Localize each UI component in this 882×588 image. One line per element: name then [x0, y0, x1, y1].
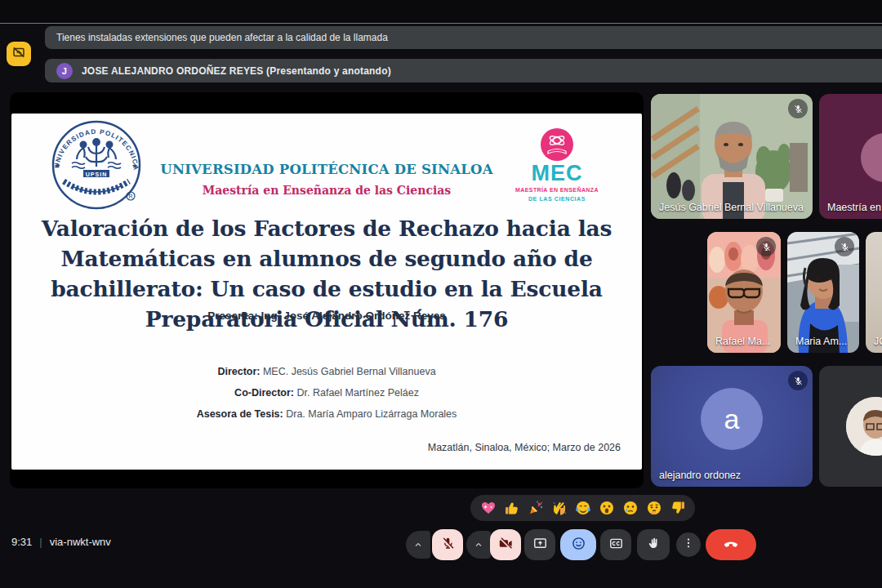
present-button[interactable] — [524, 529, 555, 560]
svg-text:R: R — [128, 194, 132, 199]
presenter-banner-text: JOSE ALEJANDRO ORDOÑEZ REYES (Presentand… — [82, 65, 391, 77]
emoji-smile-icon — [571, 536, 586, 555]
extension-warning-banner: Tienes instaladas extensiones que pueden… — [45, 26, 882, 49]
camera-options-chevron[interactable] — [466, 531, 491, 559]
presenter-banner: J JOSE ALEJANDRO ORDOÑEZ REYES (Presenta… — [45, 59, 882, 82]
participant-tile-maria[interactable]: Maria Am... — [787, 232, 859, 353]
mic-button[interactable] — [432, 529, 463, 560]
meeting-info: 9:31 | via-nwkt-wnv — [11, 536, 111, 548]
mic-muted-badge — [835, 237, 854, 256]
avatar — [861, 133, 882, 182]
presentation-slide: UNIVERSIDAD POLITECNICA DE SINALOA ★ ★ — [11, 114, 642, 470]
camera-button[interactable] — [490, 529, 521, 560]
separator: | — [39, 536, 42, 548]
mic-off-icon — [440, 536, 456, 555]
credit-codirector: Co-Director: Dr. Rafael Martínez Peláez — [11, 382, 642, 403]
credits-block: Director: MEC. Jesús Gabriel Bernal Vill… — [11, 361, 642, 425]
reaction-thumbs-down-icon[interactable] — [669, 500, 686, 517]
svg-text:UPSIN: UPSIN — [86, 172, 107, 177]
letter-avatar: a — [701, 388, 763, 450]
mec-logo: MEC MAESTRÍA EN ENSEÑANZA DE LAS CIENCIA… — [511, 127, 603, 213]
mic-options-chevron[interactable] — [406, 531, 430, 559]
mic-muted-badge — [788, 371, 808, 390]
participant-tile-jc[interactable]: JC — [866, 232, 882, 353]
reaction-thumbs-up-icon[interactable] — [503, 500, 520, 517]
mic-muted-badge — [756, 237, 776, 256]
slide-footer: Mazatlán, Sinaloa, México; Marzo de 2026 — [428, 442, 621, 453]
participant-tile-maestria[interactable]: Maestría en — [819, 94, 882, 219]
reactions-button[interactable] — [560, 529, 596, 560]
program-name: Maestría en Enseñanza de las Ciencias — [134, 184, 519, 197]
university-name: UNIVERSIDAD POLITÉCNICA DE SINALOA — [134, 162, 519, 177]
participant-tile-partial[interactable] — [819, 366, 882, 487]
avatar — [846, 397, 882, 456]
participant-tile-alejandro[interactable]: a alejandro ordonez — [651, 366, 813, 487]
participant-name: Jesús Gabriel Bernal Villanueva — [659, 202, 804, 213]
upsin-logo: UNIVERSIDAD POLITECNICA DE SINALOA ★ ★ — [47, 118, 145, 217]
google-meet-window: Tienes instaladas extensiones que pueden… — [0, 0, 882, 588]
mic-muted-badge — [788, 99, 808, 118]
raise-hand-button[interactable] — [637, 529, 670, 560]
reaction-face-with-tears-of-joy-icon[interactable] — [574, 500, 591, 517]
participant-tile-rafael[interactable]: Rafael Ma... — [707, 232, 781, 353]
presenter-avatar: J — [56, 63, 73, 79]
participant-name: Rafael Ma... — [715, 336, 770, 347]
reaction-astonished-face-icon[interactable] — [598, 500, 615, 517]
participant-name: JC — [874, 336, 882, 347]
captions-icon — [608, 536, 624, 555]
svg-text:MEC: MEC — [532, 161, 583, 185]
annotation-button[interactable] — [7, 42, 31, 66]
reaction-crying-face-icon[interactable] — [621, 500, 639, 517]
control-bar: 9:31 | via-nwkt-wnv — [0, 527, 882, 563]
participant-name: Maria Am... — [795, 336, 847, 347]
screen-share-region[interactable]: UNIVERSIDAD POLITECNICA DE SINALOA ★ ★ — [10, 92, 644, 488]
more-options-button[interactable] — [676, 532, 701, 557]
captions-button[interactable] — [600, 529, 631, 560]
more-options-icon — [682, 537, 695, 553]
reaction-sparkling-heart-icon[interactable] — [479, 500, 497, 517]
meeting-code: via-nwkt-wnv — [50, 536, 111, 548]
reaction-clapping-hands-icon[interactable] — [550, 500, 568, 517]
svg-text:MAESTRÍA EN ENSEÑANZA: MAESTRÍA EN ENSEÑANZA — [515, 186, 599, 193]
presenter-line: Presenta: Ing. José Alejandro Ordóñez Re… — [11, 310, 642, 322]
raise-hand-icon — [646, 536, 662, 555]
participant-name: Maestría en — [827, 202, 881, 213]
reactions-bar — [470, 495, 695, 521]
annotation-off-icon — [11, 45, 26, 63]
clock-time: 9:31 — [11, 536, 32, 548]
present-screen-icon — [532, 536, 548, 555]
top-strip — [0, 0, 882, 24]
reaction-thinking-face-icon[interactable] — [645, 500, 662, 517]
credit-asesora: Asesora de Tesis: Dra. María Amparo Lizá… — [11, 403, 642, 425]
reaction-party-popper-icon[interactable] — [527, 500, 544, 517]
participant-name: alejandro ordonez — [659, 470, 741, 481]
end-call-icon — [722, 534, 740, 555]
participant-tile-jesus[interactable]: Jesús Gabriel Bernal Villanueva — [651, 94, 813, 219]
svg-text:★: ★ — [54, 162, 60, 170]
extension-warning-text: Tienes instaladas extensiones que pueden… — [56, 32, 388, 43]
videocam-off-icon — [498, 536, 514, 555]
end-call-button[interactable] — [706, 529, 756, 560]
svg-text:DE LAS CIENCIAS: DE LAS CIENCIAS — [528, 196, 586, 202]
credit-director: Director: MEC. Jesús Gabriel Bernal Vill… — [11, 361, 642, 382]
